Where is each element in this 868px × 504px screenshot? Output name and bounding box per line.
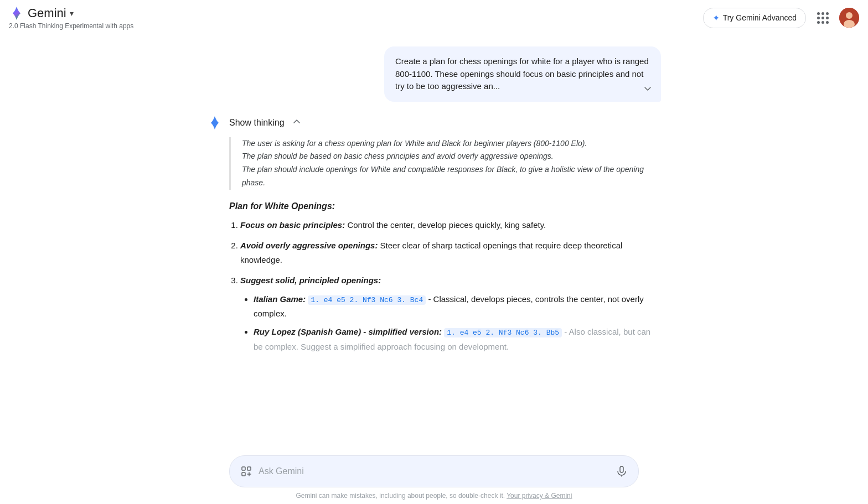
header-right: ✦ Try Gemini Advanced — [703, 8, 859, 28]
answer-content: Plan for White Openings: Focus on basic … — [229, 199, 661, 354]
input-area: Gemini can make mistakes, including abou… — [0, 449, 868, 504]
ruy-lopez-label: Ruy Lopez (Spanish Game) - simplified ve… — [254, 327, 442, 336]
disclaimer: Gemini can make mistakes, including abou… — [296, 492, 572, 500]
advanced-star-icon: ✦ — [712, 13, 720, 23]
gemini-response-icon — [207, 115, 223, 131]
italian-game-label: Italian Game: — [254, 294, 306, 304]
gemini-subtitle: 2.0 Flash Thinking Experimental with app… — [9, 22, 133, 30]
item-text-1: Control the center, develop pieces quick… — [347, 220, 546, 230]
privacy-link[interactable]: Your privacy & Gemini — [507, 492, 572, 500]
show-thinking-header: Show thinking — [207, 115, 661, 131]
avatar-image — [839, 8, 859, 28]
add-content-icon — [240, 465, 252, 477]
italian-game-code: 1. e4 e5 2. Nf3 Nc6 3. Bc4 — [308, 295, 426, 305]
chevron-up-icon — [291, 116, 302, 127]
user-message-text: Create a plan for chess openings for whi… — [395, 56, 649, 91]
microphone-icon — [616, 465, 628, 477]
bullet-list: Italian Game: 1. e4 e5 2. Nf3 Nc6 3. Bc4… — [240, 292, 661, 354]
svg-rect-3 — [242, 467, 245, 470]
try-advanced-button[interactable]: ✦ Try Gemini Advanced — [703, 8, 806, 28]
thinking-content: The user is asking for a chess opening p… — [229, 137, 661, 190]
try-advanced-label: Try Gemini Advanced — [723, 13, 797, 22]
chevron-down-icon — [642, 83, 653, 94]
list-item: Ruy Lopez (Spanish Game) - simplified ve… — [254, 325, 661, 354]
header-left: Gemini ▾ 2.0 Flash Thinking Experimental… — [9, 6, 133, 30]
main-content: Create a plan for chess openings for whi… — [0, 35, 868, 449]
list-item: Avoid overly aggressive openings: Steer … — [240, 238, 661, 267]
gemini-title: Gemini ▾ — [9, 6, 133, 21]
attach-button[interactable] — [239, 464, 254, 479]
expand-message-button[interactable] — [641, 82, 654, 95]
ai-response-container: Show thinking The user is asking for a c… — [185, 115, 683, 361]
svg-rect-6 — [620, 466, 623, 472]
user-message-bubble: Create a plan for chess openings for whi… — [384, 46, 661, 102]
chat-input[interactable] — [259, 466, 609, 476]
gemini-name: Gemini — [28, 6, 66, 20]
svg-rect-5 — [242, 472, 245, 476]
gemini-logo-icon — [9, 6, 24, 21]
thinking-paragraph-1: The user is asking for a chess opening p… — [242, 137, 661, 150]
disclaimer-text: Gemini can make mistakes, including abou… — [296, 492, 505, 500]
svg-point-1 — [846, 12, 852, 19]
item-label-2: Avoid overly aggressive openings: — [240, 241, 378, 250]
list-item: Suggest solid, principled openings: Ital… — [240, 273, 661, 354]
title-chevron-icon[interactable]: ▾ — [70, 9, 74, 18]
item-label-3: Suggest solid, principled openings: — [240, 276, 381, 285]
show-thinking-label[interactable]: Show thinking — [229, 118, 285, 128]
thinking-paragraph-2: The plan should be based on basic chess … — [242, 150, 661, 163]
header: Gemini ▾ 2.0 Flash Thinking Experimental… — [0, 0, 868, 35]
user-message-container: Create a plan for chess openings for whi… — [185, 46, 683, 102]
ruy-lopez-code: 1. e4 e5 2. Nf3 Nc6 3. Bb5 — [444, 328, 562, 337]
thinking-paragraph-3: The plan should include openings for Whi… — [242, 163, 661, 190]
numbered-list: Focus on basic principles: Control the c… — [229, 218, 661, 354]
apps-grid-icon — [817, 12, 829, 24]
item-label-1: Focus on basic principles: — [240, 220, 345, 230]
input-bar — [229, 455, 639, 487]
plan-heading: Plan for White Openings: — [229, 199, 661, 214]
avatar[interactable] — [839, 8, 859, 28]
svg-rect-4 — [247, 467, 251, 470]
list-item: Italian Game: 1. e4 e5 2. Nf3 Nc6 3. Bc4… — [254, 292, 661, 321]
list-item: Focus on basic principles: Control the c… — [240, 218, 661, 232]
thinking-toggle-icon[interactable] — [291, 116, 302, 129]
mic-button[interactable] — [614, 464, 629, 479]
apps-button[interactable] — [813, 8, 833, 28]
